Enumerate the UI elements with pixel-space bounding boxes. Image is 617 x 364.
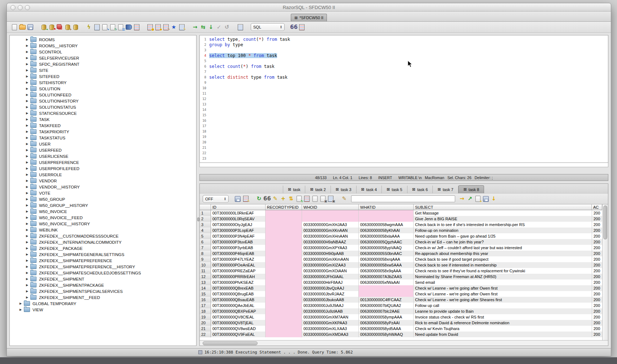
open-file-icon[interactable] — [19, 23, 26, 31]
grid-cell[interactable]: 006300000058ypVAAQ — [359, 245, 414, 251]
grid-cell[interactable] — [266, 251, 302, 256]
grid-cell[interactable] — [266, 291, 302, 297]
grid-cell[interactable]: 0033000000Ju9J9AAJ — [302, 303, 359, 308]
sql-line-3[interactable] — [209, 48, 608, 53]
grid-cell[interactable]: 200 — [592, 222, 602, 228]
describe-quotes-icon[interactable]: 66 — [290, 23, 298, 31]
grid-cell[interactable]: Need update from Bain – gave go ahead 1/… — [414, 233, 592, 239]
tab-close-icon[interactable]: ⊠ — [361, 187, 364, 192]
sql-line-22[interactable] — [209, 151, 608, 156]
grid-cell[interactable]: 0033000000GmXPYAA3 — [302, 245, 359, 251]
sql-line-9[interactable] — [209, 80, 608, 86]
grid-cell[interactable]: Get Massage — [414, 210, 592, 216]
grid-cell[interactable] — [266, 222, 302, 228]
grid-cell[interactable]: 00T3000000Q8sauEAB — [211, 297, 266, 303]
expand-triangle-icon[interactable]: ▶ — [18, 308, 23, 311]
tree-item-staticresource[interactable]: ▶STATICRESOURCE — [10, 110, 196, 116]
grid-cell[interactable]: 00T3000000P3LopEAF — [211, 228, 266, 233]
sql-line-8[interactable]: select distinct type from task — [209, 75, 608, 80]
grid-cell[interactable]: 00630000007blc2AAE — [359, 308, 414, 314]
grid-cell[interactable]: 200 — [592, 251, 602, 256]
grid-cell[interactable] — [266, 326, 302, 332]
results-horizontal-scrollbar[interactable] — [200, 340, 608, 346]
row-number-cell[interactable]: 10 — [200, 262, 211, 268]
tree-item-rooms[interactable]: ▶ROOMS — [10, 36, 196, 43]
row-number-cell[interactable]: 5 — [200, 233, 211, 239]
horizontal-scroll-thumb[interactable] — [203, 341, 258, 345]
tree-item-zkfedex-package[interactable]: ▶ZKFEDEX__PACKAGE — [10, 245, 196, 251]
paste-results-icon[interactable]: + — [474, 195, 482, 203]
grid-cell[interactable]: 200 — [592, 308, 602, 314]
tree-item-sfdc-registrant[interactable]: ▶SFDC_REGISTRANT — [10, 61, 196, 67]
table-row[interactable]: 800T3000000P46qnEAB0033000000H9i0pAAB006… — [200, 251, 602, 256]
tree-item-view[interactable]: ▶VIEW — [10, 307, 196, 313]
statement-type-select[interactable]: SQL ▲▼ — [251, 23, 285, 31]
row-number-cell[interactable]: 14 — [200, 285, 211, 291]
editor-horizontal-scrollbar[interactable] — [199, 163, 608, 167]
new-file-icon[interactable] — [11, 23, 18, 31]
grid-cell[interactable]: 006300000058yKhAAI — [359, 228, 414, 233]
grid-cell[interactable]: 0033000000GmXHJAA3 — [302, 222, 359, 228]
grid-cell[interactable]: 0033000000JFhGlAAL — [302, 274, 359, 280]
table-row[interactable]: 1000T3000000POeAnEAL0033000000GmXIZAA300… — [200, 262, 602, 268]
grid-cell[interactable] — [266, 245, 302, 251]
grid-cell[interactable]: 200 — [592, 326, 602, 332]
grid-cell[interactable]: 0033000000GmXLXAA3 — [302, 326, 359, 332]
result-tab-task-5[interactable]: ⊠task 5 — [382, 186, 407, 193]
tree-item-userlicense[interactable]: ▶USERLICENSE — [10, 153, 196, 159]
zoom-window-button[interactable] — [25, 5, 30, 10]
expand-triangle-icon[interactable]: ▶ — [25, 118, 29, 121]
grid-cell[interactable]: 200 — [592, 285, 602, 291]
grid-cell[interactable]: 200 — [592, 268, 602, 274]
grid-cell[interactable] — [266, 308, 302, 314]
save-file-icon[interactable] — [27, 23, 34, 31]
grid-cell[interactable]: 00T3000000Q8rugEAB — [211, 291, 266, 297]
grid-cell[interactable] — [359, 291, 414, 297]
column-header-id[interactable]: ID — [211, 204, 266, 210]
grid-cell[interactable]: Nominated by Shane Freeman at ANZ (HR50) — [414, 274, 592, 280]
grid-cell[interactable]: Re-approach about membership this year — [414, 251, 592, 256]
table-row[interactable]: 100T3000000L0RknEAFGet Massage200 — [200, 210, 602, 216]
tab-close-icon[interactable]: ⊠ — [288, 187, 291, 192]
grid-cell[interactable]: 00T3000000QV9FaEAL — [211, 332, 266, 337]
grid-cell[interactable]: 0033000000GmXMDAA3 — [302, 332, 359, 337]
tree-item-sitehistory[interactable]: ▶SITEHISTORY — [10, 79, 196, 86]
grid-cell[interactable] — [266, 210, 302, 216]
favorites-icon[interactable]: ★ — [170, 23, 177, 31]
edit-filter-icon[interactable]: ✎ — [162, 23, 169, 31]
table-row[interactable]: 1700T3000000QAeJbEAL0033000000Ju9J9AAJ00… — [200, 303, 602, 308]
sql-line-14[interactable] — [209, 107, 608, 113]
grid-cell[interactable] — [266, 280, 302, 285]
grid-cell[interactable]: 200 — [592, 314, 602, 320]
expand-triangle-icon[interactable]: ▶ — [25, 148, 29, 152]
row-number-cell[interactable]: 6 — [200, 239, 211, 245]
grid-cell[interactable] — [266, 262, 302, 268]
tree-item-solutionhistory[interactable]: ▶SOLUTIONHISTORY — [10, 98, 196, 104]
grid-cell[interactable]: 006300000058ympAAA — [359, 314, 414, 320]
grid-cell[interactable]: Check back in to see if she's interested… — [414, 222, 592, 228]
result-tab-task-2[interactable]: ⊠task 2 — [305, 186, 331, 193]
tree-item-zkfedex-shipmatepreference[interactable]: ▶ZKFEDEX__SHIPMATEPREFERENCE — [10, 257, 196, 264]
expand-triangle-icon[interactable]: ▶ — [25, 142, 29, 146]
table-row[interactable]: 1400T3000000Q8rexEAB0033000000JbvQzAAJCh… — [200, 285, 602, 291]
grid-cell[interactable] — [266, 233, 302, 239]
export-table-icon[interactable]: ↘ — [101, 23, 108, 31]
tree-item-zkfedex-shipmentpackage[interactable]: ▶ZKFEDEX__SHIPMENTPACKAGE — [10, 282, 196, 288]
tree-item-solution[interactable]: ▶SOLUTION — [10, 86, 196, 92]
grid-cell[interactable]: Check w/ Leanne - we're going after Owen… — [414, 291, 592, 297]
grid-cell[interactable]: 00T3000000P3yrbEAB — [211, 245, 266, 251]
grid-cell[interactable]: 0033000000HirF8AAJ — [302, 280, 359, 285]
filter-sort-icon[interactable]: ✎ — [242, 195, 249, 203]
expand-triangle-icon[interactable]: ▶ — [25, 167, 29, 170]
tree-item-zkfedex-shipmategeneralsettings[interactable]: ▶ZKFEDEX__SHIPMATEGENERALSETTINGS — [10, 251, 196, 257]
expand-triangle-icon[interactable]: ▶ — [25, 105, 29, 109]
save-grid-icon[interactable] — [482, 195, 489, 203]
expand-triangle-icon[interactable]: ▶ — [25, 161, 29, 164]
grid-cell[interactable]: 200 — [592, 274, 602, 280]
result-tab-task-3[interactable]: ⊠task 3 — [331, 186, 357, 193]
expand-triangle-icon[interactable]: ▶ — [25, 44, 29, 47]
rollback-icon[interactable]: ↺ — [223, 23, 230, 31]
grid-cell[interactable]: 0033000000JbvRJAAZ — [302, 291, 359, 297]
tree-item-rooms-history[interactable]: ▶ROOMS__HISTORY — [10, 43, 196, 49]
row-number-cell[interactable]: 11 — [200, 268, 211, 274]
